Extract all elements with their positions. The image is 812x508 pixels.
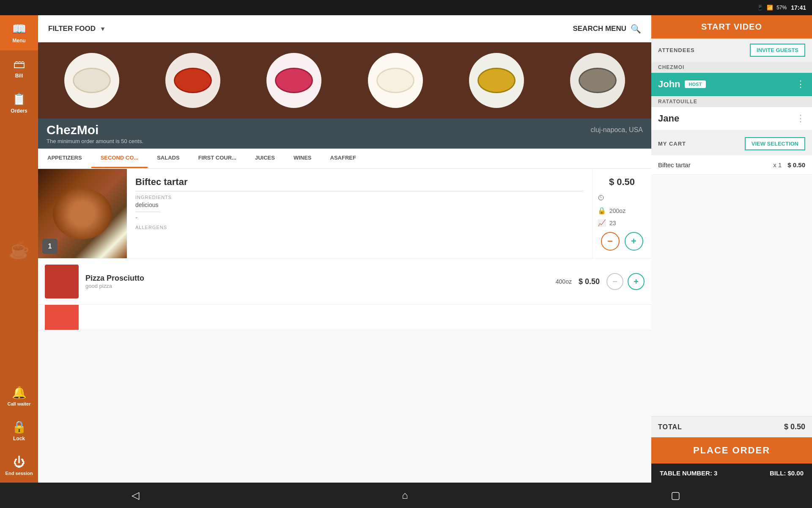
attendees-header: ATTENDEES INVITE GUESTS — [651, 39, 812, 62]
menu-item-row-partial — [38, 305, 651, 330]
sidebar-item-label: Lock — [13, 436, 25, 442]
menu-items: 1 Biftec tartar INGREDIENTS delicious - … — [38, 169, 651, 483]
recent-apps-button[interactable]: ▢ — [658, 486, 693, 505]
item-weight: 200oz — [609, 207, 625, 214]
filter-food-label: FILTER FOOD — [48, 25, 96, 33]
tablet-icon: 📱 — [757, 5, 763, 11]
trending-icon: 📈 — [598, 219, 606, 227]
john-more-icon[interactable]: ⋮ — [796, 79, 805, 90]
restaurant-info: ChezMoi cluj-napoca, USA The minimum ord… — [38, 119, 651, 149]
sidebar-item-menu[interactable]: 📖 Menu — [0, 15, 38, 50]
recent-apps-icon: ▢ — [671, 489, 680, 501]
attendee-group-chezmoi-label: CHEZMOI — [651, 62, 812, 73]
attendee-group-ratatouille-label: RATATOUILLE — [651, 96, 812, 107]
bottom-nav: ◁ ⌂ ▢ — [0, 483, 812, 508]
pizza-info: Pizza Prosciutto good pizza — [85, 274, 549, 289]
sidebar-item-bill[interactable]: 🗃 Bill — [0, 50, 38, 86]
search-menu-label: SEARCH MENU — [573, 25, 626, 33]
jane-more-icon[interactable]: ⋮ — [796, 113, 805, 124]
cart-item: Biftec tartar x 1 $ 0.50 — [651, 155, 812, 175]
filter-food-button[interactable]: FILTER FOOD ▼ — [48, 25, 106, 33]
tab-first-cour[interactable]: FIRST COUR... — [189, 149, 246, 168]
host-badge: HOST — [685, 80, 706, 88]
pizza-decrease-button[interactable]: − — [606, 273, 623, 290]
weight-icon: 🔒 — [598, 207, 606, 215]
right-panel: START VIDEO ATTENDEES INVITE GUESTS CHEZ… — [651, 15, 812, 483]
sidebar-item-orders[interactable]: 📋 Orders — [0, 86, 38, 121]
waiter-icon: 🔔 — [12, 386, 27, 400]
sidebar-item-label: End session — [5, 471, 33, 476]
increase-qty-button[interactable]: + — [625, 232, 643, 251]
sidebar-item-call-waiter[interactable]: 🔔 Call waiter — [0, 379, 38, 413]
invite-guests-button[interactable]: INVITE GUESTS — [750, 44, 805, 57]
search-icon: 🔍 — [631, 24, 641, 34]
center-content: FILTER FOOD ▼ SEARCH MENU 🔍 — [38, 15, 651, 483]
menu-item-image: 1 — [38, 169, 127, 258]
cart-item-name: Biftec tartar — [658, 161, 773, 168]
lock-icon: 🔒 — [12, 420, 27, 434]
left-sidebar: 📖 Menu 🗃 Bill 📋 Orders ☕ 🔔 Call waiter 🔒… — [0, 15, 38, 483]
view-selection-button[interactable]: VIEW SELECTION — [745, 137, 805, 150]
ingredients: delicious — [135, 202, 584, 208]
tab-salads[interactable]: SALADS — [148, 149, 189, 168]
partial-image — [45, 305, 79, 330]
tab-wines[interactable]: WINES — [284, 149, 321, 168]
start-video-button[interactable]: START VIDEO — [651, 15, 812, 39]
restaurant-location: cluj-napoca, USA — [590, 126, 643, 134]
cart-item-qty: x 1 — [773, 161, 782, 168]
menu-item-meta: $ 0.50 ⏲ 🔒 200oz 📈 23 — [592, 169, 651, 258]
total-row: TOTAL $ 0.50 — [651, 416, 812, 437]
back-icon: ◁ — [132, 489, 139, 501]
my-cart-label: MY CART — [658, 141, 686, 147]
battery-icon: 57% — [776, 5, 787, 11]
place-order-button[interactable]: PLACE ORDER — [651, 437, 812, 464]
sidebar-item-label: Orders — [11, 108, 27, 114]
pizza-weight: 400oz — [556, 278, 572, 285]
end-session-icon: ⏻ — [13, 455, 25, 469]
restaurant-name: ChezMoi — [47, 123, 99, 137]
back-button[interactable]: ◁ — [119, 486, 152, 505]
attendee-row-john[interactable]: John HOST ⋮ — [651, 73, 812, 96]
allergens-label: ALLERGENS — [135, 225, 584, 230]
attendee-name-john: John — [658, 79, 680, 90]
chevron-down-icon: ▼ — [100, 25, 106, 32]
top-bar: FILTER FOOD ▼ SEARCH MENU 🔍 — [38, 15, 651, 42]
wifi-icon: 📶 — [767, 5, 773, 11]
menu-icon: 📖 — [12, 22, 27, 36]
sidebar-item-label: Menu — [12, 38, 25, 44]
sidebar-item-label: Call waiter — [7, 401, 30, 406]
item-price: $ 0.50 — [609, 177, 635, 188]
total-label: TOTAL — [658, 423, 682, 431]
tab-asafref[interactable]: ASAFREF — [321, 149, 365, 168]
bill-icon: 🗃 — [13, 57, 25, 71]
ingredients-label: INGREDIENTS — [135, 195, 584, 200]
sidebar-item-end-session[interactable]: ⏻ End session — [0, 448, 38, 483]
orders-icon: 📋 — [12, 92, 27, 106]
table-number: TABLE NUMBER: 3 — [660, 469, 717, 477]
total-amount: $ 0.50 — [784, 422, 805, 431]
tab-second-co[interactable]: SECOND CO... — [91, 149, 148, 168]
attendee-row-jane[interactable]: Jane ⋮ — [651, 107, 812, 130]
status-icons: 📱 📶 57% — [757, 5, 787, 11]
item-badge: 1 — [42, 239, 58, 254]
restaurant-note: The minimum order amount is 50 cents. — [47, 138, 643, 144]
pizza-price: $ 0.50 — [579, 277, 600, 286]
item-name: Biftec tartar — [135, 177, 584, 188]
home-button[interactable]: ⌂ — [389, 486, 421, 505]
pizza-name: Pizza Prosciutto — [85, 274, 549, 283]
attendee-name-jane: Jane — [658, 113, 679, 124]
home-icon: ⌂ — [402, 489, 408, 501]
decrease-qty-button[interactable]: − — [601, 232, 620, 251]
cart-item-price: $ 0.50 — [787, 161, 805, 168]
search-menu-button[interactable]: SEARCH MENU 🔍 — [573, 24, 641, 34]
sidebar-item-lock[interactable]: 🔒 Lock — [0, 413, 38, 448]
tab-juices[interactable]: JUICES — [246, 149, 284, 168]
bill-amount: BILL: $0.00 — [770, 469, 804, 477]
my-cart-header: MY CART VIEW SELECTION — [651, 132, 812, 155]
category-tabs: APPETIZERS SECOND CO... SALADS FIRST COU… — [38, 149, 651, 169]
pizza-increase-button[interactable]: + — [628, 273, 645, 290]
clock: 17:41 — [791, 4, 806, 11]
item-trending: 23 — [609, 220, 616, 226]
tab-appetizers[interactable]: APPETIZERS — [38, 149, 91, 168]
restaurant-banner — [38, 42, 651, 119]
